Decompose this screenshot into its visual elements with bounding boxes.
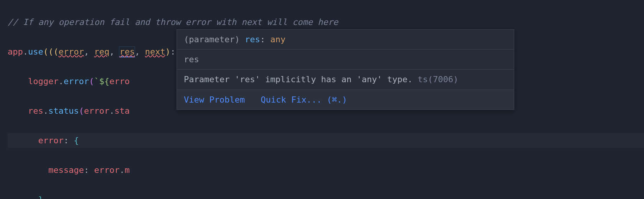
- param-res-hover[interactable]: res: [119, 47, 135, 57]
- identifier: app: [8, 47, 23, 56]
- param-error: error: [59, 47, 84, 56]
- code-line: },: [8, 192, 644, 199]
- quick-fix-link[interactable]: Quick Fix... (⌘.): [261, 95, 347, 104]
- error-message-row: Parameter 'res' implicitly has an 'any' …: [177, 70, 514, 90]
- tooltip-actions: View Problem Quick Fix... (⌘.): [177, 90, 514, 109]
- code-line: // If any operation fail and throw error…: [8, 15, 644, 30]
- error-code: ts(7006): [418, 75, 458, 84]
- view-problem-link[interactable]: View Problem: [184, 95, 245, 104]
- param-req: req: [94, 47, 109, 56]
- code-line: message: error.m: [8, 163, 644, 178]
- comment: // If any operation fail and throw error…: [8, 17, 338, 27]
- param-next: next: [145, 47, 165, 56]
- signature-row: (parameter) res: any: [177, 30, 514, 50]
- name-row: res: [177, 50, 514, 70]
- hover-tooltip: (parameter) res: any res Parameter 'res'…: [177, 29, 514, 110]
- method: use: [28, 47, 43, 56]
- code-line: error: {: [8, 133, 644, 148]
